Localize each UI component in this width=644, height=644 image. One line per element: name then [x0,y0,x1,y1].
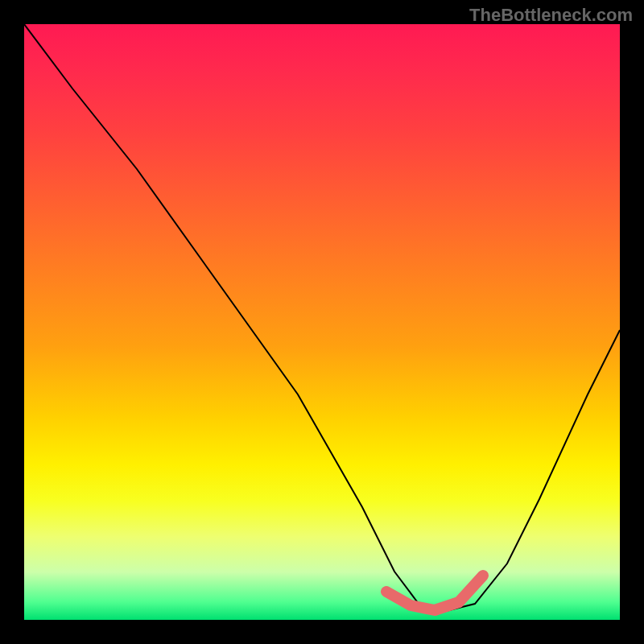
chart-overlay [24,24,620,620]
bottleneck-curve [24,24,620,612]
watermark-text: TheBottleneck.com [469,5,633,26]
